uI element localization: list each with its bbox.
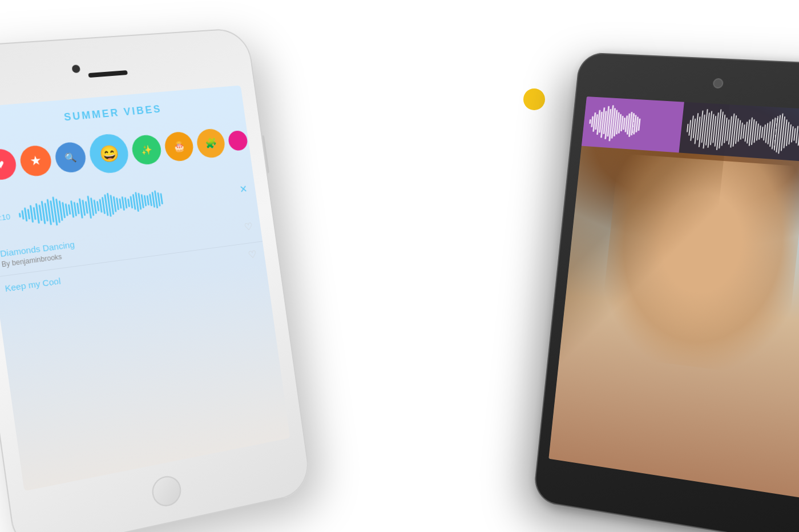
waveform-purple-section (582, 96, 684, 152)
favorite-icon-2[interactable]: ♡ (247, 248, 257, 261)
android-screen (548, 96, 799, 499)
iphone-home-button[interactable] (150, 474, 183, 509)
iphone-device: SUMMER VIBES ♥ ★ 🔍 😄 ✨ 🎂 🧩 0:10 (0, 27, 312, 532)
iphone-side-button (262, 135, 269, 174)
android-device (532, 52, 799, 532)
star-icon-btn[interactable]: ★ (18, 144, 53, 178)
iphone-camera (71, 65, 80, 73)
puzzle-icon-btn[interactable]: 🧩 (195, 128, 227, 159)
iphone-screen: SUMMER VIBES ♥ ★ 🔍 😄 ✨ 🎂 🧩 0:10 (0, 85, 290, 491)
close-player-button[interactable]: ✕ (239, 183, 248, 196)
emoji-icon-btn[interactable]: 😄 (87, 132, 131, 175)
favorite-icon-1[interactable]: ♡ (244, 220, 253, 233)
wand-icon-btn[interactable]: ✨ (130, 134, 163, 166)
android-camera (712, 78, 724, 89)
search-icon-btn[interactable]: 🔍 (54, 141, 88, 174)
extra-icon-btn[interactable] (227, 130, 248, 152)
heart-icon-btn[interactable]: ♥ (0, 148, 18, 182)
scene: SUMMER VIBES ♥ ★ 🔍 😄 ✨ 🎂 🧩 0:10 (0, 0, 799, 532)
waveform-purple-bars (587, 104, 677, 146)
iphone-speaker (88, 70, 128, 78)
gift-icon-btn[interactable]: 🎂 (163, 131, 195, 162)
time-display: 0:10 (0, 212, 14, 223)
waveform-dark-bars (685, 107, 799, 159)
